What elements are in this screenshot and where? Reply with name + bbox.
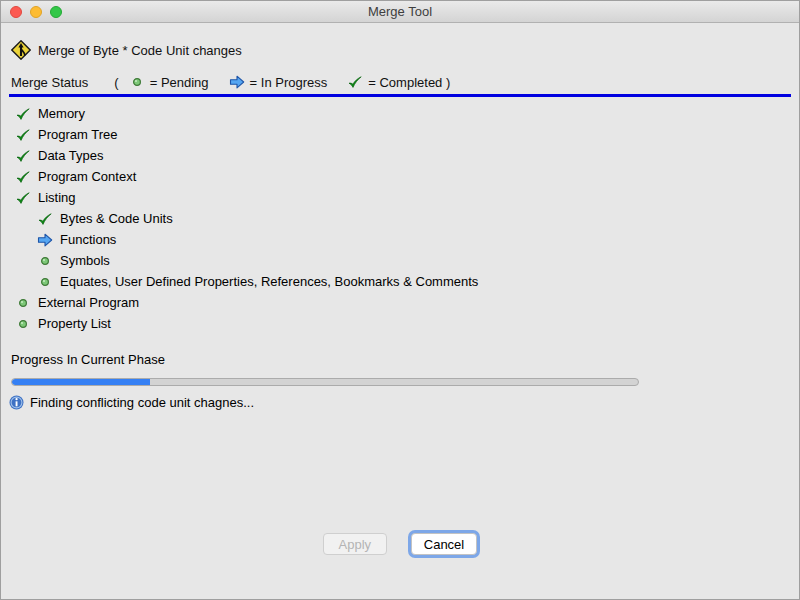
progress-bar-fill (12, 379, 150, 385)
merge-header: Merge of Byte * Code Unit changes (11, 40, 799, 60)
legend-open-paren: ( (114, 75, 118, 90)
phase-label: Memory (38, 106, 85, 121)
window-title: Merge Tool (368, 4, 432, 19)
legend-in-progress-text: = In Progress (250, 75, 328, 90)
completed-icon (15, 148, 31, 164)
info-icon (9, 395, 24, 410)
pending-icon (37, 274, 53, 290)
phase-row: Data Types (1, 145, 799, 166)
zoom-button[interactable] (50, 6, 62, 18)
phase-row: Program Tree (1, 124, 799, 145)
completed-icon (15, 190, 31, 206)
phase-label: Functions (60, 232, 116, 247)
phase-label: Data Types (38, 148, 104, 163)
merge-header-title: Merge of Byte * Code Unit changes (38, 43, 242, 58)
phase-list: MemoryProgram TreeData TypesProgram Cont… (1, 103, 799, 334)
phase-row: Symbols (1, 250, 799, 271)
merge-status-legend: Merge Status ( = Pending = In Progress =… (11, 74, 799, 90)
phase-label: Equates, User Defined Properties, Refere… (60, 274, 478, 289)
phase-row: Program Context (1, 166, 799, 187)
completed-icon (37, 211, 53, 227)
status-message-row: Finding conflicting code unit chagnes... (9, 395, 799, 410)
phase-label: Program Tree (38, 127, 117, 142)
pending-icon (15, 316, 31, 332)
phase-row: Equates, User Defined Properties, Refere… (1, 271, 799, 292)
phase-row: External Program (1, 292, 799, 313)
cancel-button[interactable]: Cancel (411, 533, 477, 555)
completed-icon (15, 169, 31, 185)
pending-icon (15, 295, 31, 311)
pending-icon (129, 74, 145, 90)
phase-row: Memory (1, 103, 799, 124)
legend-pending-text: = Pending (150, 75, 209, 90)
in-progress-icon (37, 232, 53, 248)
progress-bar (11, 378, 639, 386)
merge-sign-icon (11, 40, 31, 60)
traffic-lights (10, 6, 62, 18)
phase-label: Bytes & Code Units (60, 211, 173, 226)
pending-icon (37, 253, 53, 269)
progress-section-label: Progress In Current Phase (11, 352, 799, 367)
in-progress-icon (229, 74, 245, 90)
phase-row: Listing (1, 187, 799, 208)
apply-button[interactable]: Apply (323, 533, 387, 555)
phase-label: Listing (38, 190, 76, 205)
completed-icon (15, 127, 31, 143)
merge-status-label: Merge Status (11, 75, 88, 90)
status-message: Finding conflicting code unit chagnes... (30, 395, 254, 410)
titlebar: Merge Tool (1, 1, 799, 23)
button-row: Apply Cancel (1, 533, 799, 555)
phase-row: Functions (1, 229, 799, 250)
minimize-button[interactable] (30, 6, 42, 18)
legend-completed-text: = Completed ) (368, 75, 450, 90)
phase-label: Symbols (60, 253, 110, 268)
phase-label: Property List (38, 316, 111, 331)
completed-icon (347, 74, 363, 90)
phase-label: Program Context (38, 169, 136, 184)
phase-label: External Program (38, 295, 139, 310)
phase-row: Bytes & Code Units (1, 208, 799, 229)
close-button[interactable] (10, 6, 22, 18)
phase-row: Property List (1, 313, 799, 334)
separator-rule (9, 94, 791, 97)
completed-icon (15, 106, 31, 122)
